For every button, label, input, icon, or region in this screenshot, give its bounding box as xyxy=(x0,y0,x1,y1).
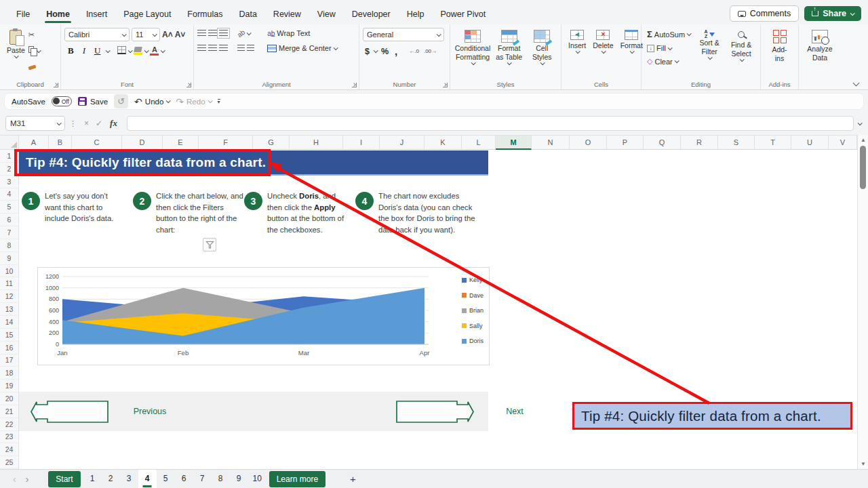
toolbar-overflow-icon[interactable]: ▾ xyxy=(218,99,220,104)
sheet-tab-4[interactable]: 4 xyxy=(138,470,157,488)
sheet-tab-start[interactable]: Start xyxy=(48,471,80,487)
merge-center-button[interactable]: Merge & Center xyxy=(265,43,339,54)
legend-item-brian[interactable]: Brian xyxy=(462,307,484,314)
number-dialog-launcher[interactable] xyxy=(443,83,448,87)
align-middle-button[interactable] xyxy=(208,30,217,37)
row-header-8[interactable]: 8 xyxy=(0,239,18,252)
row-header-25[interactable]: 25 xyxy=(0,456,18,469)
insert-cells-button[interactable]: ◂ Insert xyxy=(565,28,589,56)
sheet-tab-learn-more[interactable]: Learn more xyxy=(269,471,326,487)
menu-tab-developer[interactable]: Developer xyxy=(344,6,399,24)
row-header-4[interactable]: 4 xyxy=(0,188,18,201)
row-header-5[interactable]: 5 xyxy=(0,201,18,214)
row-header-14[interactable]: 14 xyxy=(0,316,18,329)
borders-button[interactable] xyxy=(117,45,126,57)
row-header-3[interactable]: 3 xyxy=(0,176,18,188)
row-header-10[interactable]: 10 xyxy=(0,265,18,278)
menu-tab-home[interactable]: Home xyxy=(38,6,78,24)
analyze-data-button[interactable]: Analyze Data xyxy=(802,28,837,64)
alignment-dialog-launcher[interactable] xyxy=(352,83,357,87)
italic-button[interactable]: I xyxy=(79,45,89,57)
sheet-tab-6[interactable]: 6 xyxy=(175,470,193,488)
menu-tab-file[interactable]: File xyxy=(8,6,38,24)
chart-filters-button[interactable] xyxy=(203,238,216,251)
align-top-button[interactable] xyxy=(197,30,206,37)
fill-color-button[interactable] xyxy=(134,47,142,55)
cancel-entry-icon[interactable]: × xyxy=(84,119,89,128)
legend-item-doris[interactable]: Doris xyxy=(462,338,484,344)
column-header-L[interactable]: L xyxy=(462,135,496,150)
sheet-nav-right-icon[interactable]: › xyxy=(26,474,29,485)
legend-item-kelly[interactable]: Kelly xyxy=(462,277,484,283)
column-header-D[interactable]: D xyxy=(122,135,163,150)
bold-button[interactable]: B xyxy=(64,45,77,57)
menu-tab-formulas[interactable]: Formulas xyxy=(179,6,231,24)
next-button[interactable]: Next xyxy=(395,399,475,424)
row-header-11[interactable]: 11 xyxy=(0,277,18,290)
version-history-icon[interactable]: ↺ xyxy=(114,94,128,108)
vertical-scrollbar[interactable]: ▲ ▼ xyxy=(857,135,868,469)
menu-tab-page-layout[interactable]: Page Layout xyxy=(115,6,179,24)
formula-input[interactable] xyxy=(127,116,854,131)
menu-tab-data[interactable]: Data xyxy=(231,6,264,24)
drag-handle-icon[interactable]: ⋮ xyxy=(69,119,77,128)
conditional-formatting-button[interactable]: Conditional Formatting xyxy=(454,28,492,67)
increase-indent-button[interactable] xyxy=(247,45,254,52)
fill-button[interactable]: ↓Fill xyxy=(645,43,692,54)
undo-button[interactable]: ↶ Undo xyxy=(134,96,170,107)
percent-button[interactable]: % xyxy=(379,47,391,56)
sheet-tab-2[interactable]: 2 xyxy=(102,470,120,488)
redo-button[interactable]: ↷ Redo xyxy=(176,96,211,107)
row-header-18[interactable]: 18 xyxy=(0,367,18,380)
delete-cells-button[interactable]: × Delete xyxy=(589,28,616,56)
orientation-button[interactable]: ab xyxy=(236,28,246,38)
column-header-K[interactable]: K xyxy=(425,135,462,150)
column-header-S[interactable]: S xyxy=(718,135,755,150)
add-sheet-button[interactable]: + xyxy=(350,473,356,485)
number-format-select[interactable]: General xyxy=(363,28,444,41)
column-header-Q[interactable]: Q xyxy=(644,135,681,150)
column-header-H[interactable]: H xyxy=(290,135,343,150)
column-header-F[interactable]: F xyxy=(199,135,253,150)
currency-button[interactable]: $ xyxy=(363,47,372,56)
increase-decimal-button[interactable]: ←.0 xyxy=(408,48,420,54)
find-select-button[interactable]: Find & Select xyxy=(726,28,756,67)
paste-button[interactable]: Paste xyxy=(3,28,28,72)
addins-button[interactable]: Add-ins xyxy=(764,28,795,65)
insert-function-button[interactable]: fx xyxy=(110,118,117,129)
scroll-down-icon[interactable]: ▼ xyxy=(861,461,866,467)
font-size-select[interactable]: 11 xyxy=(132,28,160,41)
cut-button[interactable]: ✂ xyxy=(28,30,40,39)
format-as-table-button[interactable]: Format as Table xyxy=(492,28,526,67)
vertical-scroll-thumb[interactable] xyxy=(860,146,866,189)
sheet-tab-7[interactable]: 7 xyxy=(193,470,212,488)
autosum-button[interactable]: ΣAutoSum xyxy=(645,28,692,41)
column-header-B[interactable]: B xyxy=(49,135,72,150)
name-box[interactable]: M31 xyxy=(5,116,65,131)
sheet-tab-5[interactable]: 5 xyxy=(157,470,175,488)
sheet-nav-left-icon[interactable]: ‹ xyxy=(13,474,16,485)
sheet-tab-3[interactable]: 3 xyxy=(120,470,138,488)
select-all-corner[interactable] xyxy=(0,135,19,150)
sheet-tab-8[interactable]: 8 xyxy=(212,470,230,488)
sheet-tab-1[interactable]: 1 xyxy=(83,470,102,488)
column-header-J[interactable]: J xyxy=(380,135,425,150)
column-header-E[interactable]: E xyxy=(163,135,199,150)
row-header-20[interactable]: 20 xyxy=(0,392,18,405)
collapse-ribbon-chevron-icon[interactable] xyxy=(853,80,860,87)
scroll-up-icon[interactable]: ▲ xyxy=(861,137,866,143)
sheet-tab-9[interactable]: 9 xyxy=(230,470,248,488)
row-header-13[interactable]: 13 xyxy=(0,303,18,316)
row-header-12[interactable]: 12 xyxy=(0,290,18,303)
column-header-G[interactable]: G xyxy=(253,135,290,150)
copy-button[interactable] xyxy=(28,43,40,56)
menu-tab-insert[interactable]: Insert xyxy=(78,6,115,24)
row-header-7[interactable]: 7 xyxy=(0,226,18,239)
cell-styles-button[interactable]: Cell Styles xyxy=(526,28,557,67)
autosave-toggle[interactable]: Off xyxy=(52,96,72,106)
column-header-N[interactable]: N xyxy=(532,135,570,150)
row-header-24[interactable]: 24 xyxy=(0,443,18,456)
row-header-21[interactable]: 21 xyxy=(0,405,18,418)
font-color-button[interactable]: A xyxy=(150,47,159,56)
column-header-T[interactable]: T xyxy=(755,135,791,150)
